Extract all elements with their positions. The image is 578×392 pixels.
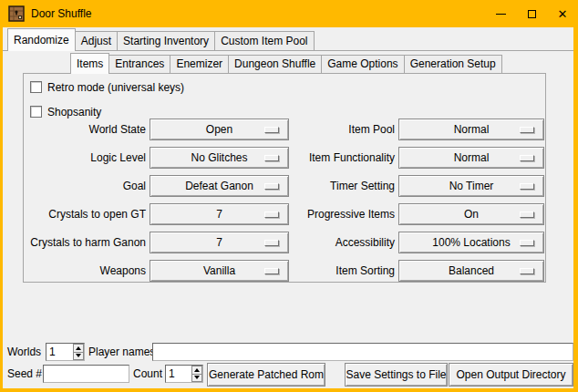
goal-label: Goal [27, 175, 146, 197]
arrow-up-icon [76, 346, 81, 350]
accessibility-label: Accessibility [274, 232, 395, 253]
sub-tab-bar: Items Entrances Enemizer Dungeon Shuffle… [70, 52, 502, 73]
item-pool-value: Normal [454, 123, 490, 136]
door-icon [8, 5, 25, 22]
weapons-dropdown[interactable]: Vanilla [150, 260, 289, 282]
crystals-gt-dropdown[interactable]: 7 [150, 203, 289, 225]
crystals-ganon-label: Crystals to harm Ganon [27, 232, 146, 253]
dropdown-indicator-icon [520, 240, 534, 246]
timer-setting-value: No Timer [449, 180, 494, 192]
open-output-directory-button[interactable]: Open Output Directory [449, 363, 573, 387]
worlds-spin-down-button[interactable] [73, 353, 84, 361]
count-spinner[interactable]: 1 [165, 365, 203, 383]
title-bar: Door Shuffle ✕ [0, 0, 578, 27]
item-pool-label: Item Pool [274, 119, 395, 140]
tab-generation-setup[interactable]: Generation Setup [404, 55, 502, 73]
minimize-icon [496, 14, 506, 15]
app-window: Door Shuffle ✕ Randomize Adjust Starting… [0, 0, 578, 392]
item-sorting-value: Balanced [449, 264, 494, 277]
timer-setting-dropdown[interactable]: No Timer [398, 175, 544, 197]
world-state-value: Open [206, 123, 232, 136]
retro-mode-checkbox-row: Retro mode (universal keys) [30, 80, 184, 94]
main-tab-bar: Randomize Adjust Starting Inventory Cust… [3, 27, 573, 51]
crystals-gt-value: 7 [216, 208, 222, 221]
accessibility-value: 100% Locations [432, 236, 510, 249]
weapons-value: Vanilla [203, 264, 235, 277]
crystals-gt-label: Crystals to open GT [27, 203, 146, 225]
count-spin-down-button[interactable] [191, 375, 202, 383]
worlds-value: 1 [46, 344, 73, 360]
count-label: Count [133, 365, 162, 383]
window-body: Randomize Adjust Starting Inventory Cust… [3, 27, 573, 388]
arrow-down-icon [76, 354, 81, 357]
item-functionality-label: Item Functionality [274, 147, 395, 169]
retro-mode-label: Retro mode (universal keys) [47, 81, 184, 94]
worlds-label: Worlds [7, 343, 41, 361]
dropdown-indicator-icon [520, 155, 534, 161]
logic-level-label: Logic Level [27, 147, 146, 169]
seed-label: Seed # [7, 365, 42, 383]
close-icon: ✕ [558, 8, 568, 20]
dropdown-indicator-icon [520, 268, 534, 274]
seed-input[interactable] [43, 365, 129, 383]
worlds-spinner[interactable]: 1 [46, 343, 85, 361]
retro-mode-checkbox[interactable] [30, 81, 42, 93]
window-title: Door Shuffle [31, 7, 92, 20]
item-functionality-dropdown[interactable]: Normal [398, 147, 544, 169]
progressive-items-label: Progressive Items [274, 203, 395, 225]
dropdown-indicator-icon [520, 183, 534, 190]
arrow-down-icon [194, 376, 200, 379]
dropdown-indicator-icon [520, 211, 534, 218]
accessibility-dropdown[interactable]: 100% Locations [398, 232, 544, 253]
item-sorting-dropdown[interactable]: Balanced [398, 260, 544, 282]
world-state-dropdown[interactable]: Open [150, 119, 289, 140]
crystals-ganon-value: 7 [216, 236, 222, 249]
count-spin-up-button[interactable] [191, 366, 202, 375]
shopsanity-checkbox[interactable] [30, 106, 42, 118]
tab-custom-item-pool[interactable]: Custom Item Pool [214, 31, 314, 50]
tab-dungeon-shuffle[interactable]: Dungeon Shuffle [228, 55, 322, 73]
tab-adjust[interactable]: Adjust [75, 31, 118, 50]
item-sorting-label: Item Sorting [274, 260, 395, 282]
minimize-button[interactable] [485, 0, 516, 27]
progressive-items-value: On [464, 208, 479, 221]
generate-patched-rom-button[interactable]: Generate Patched Rom [207, 363, 325, 387]
tab-items[interactable]: Items [70, 53, 109, 74]
shopsanity-checkbox-row: Shopsanity [30, 105, 101, 119]
dropdown-indicator-icon [520, 127, 534, 133]
goal-dropdown[interactable]: Defeat Ganon [150, 175, 289, 197]
tab-enemizer[interactable]: Enemizer [170, 55, 229, 73]
count-value: 1 [166, 366, 191, 382]
world-state-label: World State [27, 119, 146, 140]
maximize-icon [528, 10, 536, 18]
weapons-label: Weapons [27, 260, 146, 282]
player-names-label: Player names [88, 343, 155, 361]
shopsanity-label: Shopsanity [47, 106, 101, 119]
tab-randomize[interactable]: Randomize [7, 28, 76, 51]
close-button[interactable]: ✕ [547, 0, 578, 27]
item-functionality-value: Normal [454, 151, 490, 164]
item-pool-dropdown[interactable]: Normal [398, 119, 544, 140]
worlds-spin-up-button[interactable] [73, 344, 84, 353]
crystals-ganon-dropdown[interactable]: 7 [150, 232, 289, 253]
maximize-button[interactable] [516, 0, 547, 27]
goal-value: Defeat Ganon [185, 180, 253, 192]
timer-setting-label: Timer Setting [274, 175, 395, 197]
player-names-input[interactable] [152, 343, 573, 361]
progressive-items-dropdown[interactable]: On [398, 203, 544, 225]
save-settings-button[interactable]: Save Settings to File [345, 363, 448, 387]
tab-game-options[interactable]: Game Options [321, 55, 404, 73]
logic-level-value: No Glitches [191, 151, 247, 164]
logic-level-dropdown[interactable]: No Glitches [150, 147, 289, 169]
tab-entrances[interactable]: Entrances [108, 55, 170, 73]
tab-starting-inventory[interactable]: Starting Inventory [117, 31, 215, 50]
arrow-up-icon [194, 368, 200, 372]
